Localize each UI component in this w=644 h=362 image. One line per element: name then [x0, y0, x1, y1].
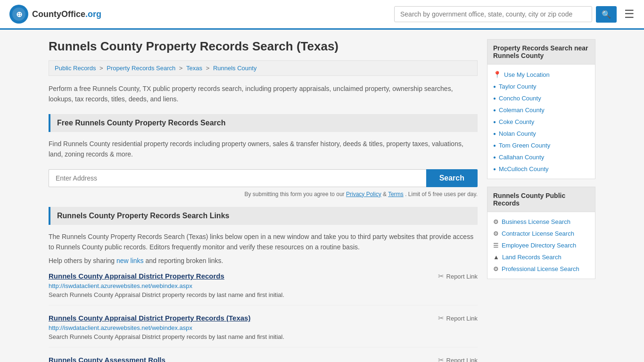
svg-text:⊕: ⊕: [16, 10, 22, 18]
search-icon: 🔍: [602, 10, 611, 18]
list-item[interactable]: ● Coleman County: [487, 104, 595, 116]
record-link-header-3: Runnels County Assessment Rolls ✂ Report…: [49, 356, 478, 362]
location-pin-icon: 📍: [493, 71, 501, 78]
record-link-title-3[interactable]: Runnels County Assessment Rolls: [49, 356, 165, 362]
list-item[interactable]: ● Coke County: [487, 116, 595, 128]
county-link[interactable]: Taylor County: [499, 83, 536, 90]
land-records-icon: ▲: [493, 254, 499, 261]
bullet-icon: ●: [493, 119, 496, 124]
list-item[interactable]: ● Nolan County: [487, 128, 595, 140]
logo-text: CountyOffice.org: [32, 9, 101, 19]
breadcrumb-sep-2: >: [179, 65, 184, 72]
business-license-link[interactable]: Business License Search: [502, 218, 570, 225]
county-link-mcculloch[interactable]: McCulloch County: [499, 165, 549, 173]
county-link[interactable]: Concho County: [499, 95, 541, 102]
main-container: Runnels County Property Records Search (…: [39, 30, 605, 362]
report-link-button[interactable]: ✂ Report Link: [438, 272, 478, 280]
report-icon: ✂: [438, 272, 444, 280]
county-link-nolan[interactable]: Nolan County: [499, 130, 536, 137]
record-link-title-2[interactable]: Runnels County Appraisal District Proper…: [49, 314, 250, 322]
list-icon: ☰: [493, 242, 499, 249]
list-item[interactable]: ▲ Land Records Search: [487, 251, 595, 263]
list-item[interactable]: ⚙ Business License Search: [487, 216, 595, 228]
free-search-section: Free Runnels County Property Records Sea…: [49, 114, 478, 197]
county-link-coke[interactable]: Coke County: [499, 118, 534, 125]
list-item[interactable]: ☰ Employee Directory Search: [487, 239, 595, 251]
logo-area: ⊕ CountyOffice.org: [9, 5, 101, 24]
new-links-link[interactable]: new links: [116, 257, 144, 264]
record-description-2: Search Runnels County Appraisal District…: [49, 333, 478, 340]
record-link-title[interactable]: Runnels County Appraisal District Proper…: [49, 272, 224, 280]
site-header: ⊕ CountyOffice.org 🔍 ☰: [0, 0, 644, 30]
free-search-header: Free Runnels County Property Records Sea…: [49, 114, 478, 132]
address-search-form: Search: [49, 169, 478, 187]
address-search-button[interactable]: Search: [426, 169, 478, 187]
logo-icon: ⊕: [9, 5, 28, 24]
list-item[interactable]: ⚙ Contractor License Search: [487, 228, 595, 239]
terms-link[interactable]: Terms: [388, 191, 404, 197]
page-description: Perform a free Runnels County, TX public…: [49, 83, 478, 105]
sidebar: Property Records Search near Runnels Cou…: [487, 39, 595, 362]
breadcrumb-public-records[interactable]: Public Records: [55, 65, 96, 72]
nearby-counties-list: 📍 Use My Location ● Taylor County ● Conc…: [487, 65, 595, 179]
bullet-icon: ●: [493, 84, 496, 89]
address-search-input[interactable]: [49, 169, 426, 187]
public-records-section: Runnels County Public Records ⚙ Business…: [487, 187, 595, 279]
breadcrumb-runnels-county[interactable]: Runnels County: [213, 65, 257, 72]
bullet-icon: ●: [493, 131, 496, 136]
list-item[interactable]: ● McCulloch County: [487, 163, 595, 175]
form-disclaimer: By submitting this form you agree to our…: [49, 191, 478, 197]
list-item[interactable]: ● Callahan County: [487, 151, 595, 163]
hamburger-icon: ☰: [624, 8, 635, 20]
gear-icon: ⚙: [493, 218, 499, 225]
report-link-button-3[interactable]: ✂ Report Link: [438, 356, 478, 362]
record-link-item: Runnels County Appraisal District Proper…: [49, 314, 478, 347]
bullet-icon: ●: [493, 143, 496, 148]
gear-icon: ⚙: [493, 230, 499, 237]
bullet-icon: ●: [493, 96, 496, 101]
record-url: http://iswdataclient.azurewebsites.net/w…: [49, 282, 478, 289]
record-link-header: Runnels County Appraisal District Proper…: [49, 272, 478, 280]
bullet-icon: ●: [493, 107, 496, 113]
breadcrumb: Public Records > Property Records Search…: [49, 60, 478, 76]
header-search-button[interactable]: 🔍: [596, 6, 617, 23]
record-link-item-3: Runnels County Assessment Rolls ✂ Report…: [49, 356, 478, 362]
main-content: Runnels County Property Records Search (…: [49, 39, 478, 362]
employee-directory-link[interactable]: Employee Directory Search: [502, 242, 576, 249]
report-link-button-2[interactable]: ✂ Report Link: [438, 314, 478, 322]
record-link-item: Runnels County Appraisal District Proper…: [49, 272, 478, 305]
land-records-link[interactable]: Land Records Search: [502, 254, 561, 261]
share-links-text: Help others by sharing new links and rep…: [49, 257, 478, 264]
header-search-input[interactable]: [394, 6, 592, 22]
report-icon-2: ✂: [438, 314, 444, 322]
header-search-area: 🔍 ☰: [394, 6, 635, 23]
record-url-2: http://iswdataclient.azurewebsites.net/w…: [49, 324, 478, 331]
free-search-description: Find Runnels County residential property…: [49, 139, 478, 160]
professional-license-link[interactable]: Professional License Search: [502, 265, 579, 272]
county-link-coleman[interactable]: Coleman County: [499, 107, 545, 114]
public-records-list: ⚙ Business License Search ⚙ Contractor L…: [487, 212, 595, 279]
breadcrumb-sep-3: >: [206, 65, 211, 72]
privacy-policy-link[interactable]: Privacy Policy: [346, 191, 381, 197]
county-link-tom-green[interactable]: Tom Green County: [499, 142, 550, 149]
links-section: Runnels County Property Records Search L…: [49, 207, 478, 362]
page-title: Runnels County Property Records Search (…: [49, 39, 478, 54]
breadcrumb-texas[interactable]: Texas: [186, 65, 202, 72]
gear-icon-pro: ⚙: [493, 265, 499, 272]
public-records-header: Runnels County Public Records: [487, 187, 595, 212]
report-icon-3: ✂: [438, 356, 444, 362]
hamburger-menu-button[interactable]: ☰: [624, 8, 635, 21]
nearby-counties-header: Property Records Search near Runnels Cou…: [487, 40, 595, 65]
use-my-location-item[interactable]: 📍 Use My Location: [487, 68, 595, 81]
breadcrumb-property-records-search[interactable]: Property Records Search: [107, 65, 175, 72]
list-item[interactable]: ⚙ Professional License Search: [487, 263, 595, 275]
links-section-header: Runnels County Property Records Search L…: [49, 207, 478, 225]
use-my-location-link[interactable]: Use My Location: [504, 71, 550, 78]
contractor-license-link[interactable]: Contractor License Search: [502, 230, 574, 237]
list-item[interactable]: ● Concho County: [487, 92, 595, 104]
links-section-description: The Runnels County Property Records Sear…: [49, 231, 478, 253]
breadcrumb-sep-1: >: [99, 65, 105, 72]
list-item[interactable]: ● Tom Green County: [487, 140, 595, 151]
county-link-callahan[interactable]: Callahan County: [499, 154, 544, 161]
list-item[interactable]: ● Taylor County: [487, 81, 595, 92]
